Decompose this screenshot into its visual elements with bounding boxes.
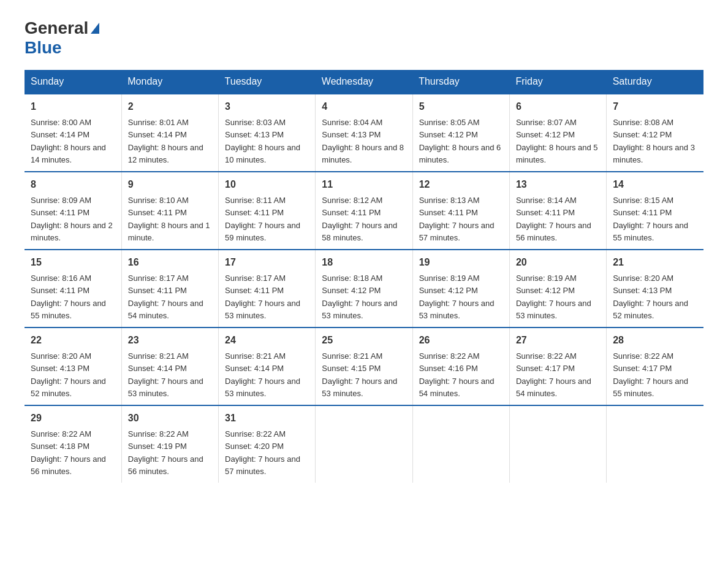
day-number: 1 xyxy=(31,99,115,114)
day-info: Sunrise: 8:00 AMSunset: 4:14 PMDaylight:… xyxy=(31,118,106,164)
day-info: Sunrise: 8:07 AMSunset: 4:12 PMDaylight:… xyxy=(516,118,598,164)
day-info: Sunrise: 8:09 AMSunset: 4:11 PMDaylight:… xyxy=(31,196,113,242)
day-number: 30 xyxy=(128,411,212,426)
logo-triangle-icon xyxy=(91,23,99,34)
col-monday: Monday xyxy=(121,70,218,94)
day-info: Sunrise: 8:13 AMSunset: 4:11 PMDaylight:… xyxy=(419,196,495,242)
calendar-table: Sunday Monday Tuesday Wednesday Thursday… xyxy=(25,70,703,483)
calendar-cell: 25 Sunrise: 8:21 AMSunset: 4:15 PMDaylig… xyxy=(316,327,412,405)
calendar-cell: 23 Sunrise: 8:21 AMSunset: 4:14 PMDaylig… xyxy=(121,327,218,405)
day-info: Sunrise: 8:12 AMSunset: 4:11 PMDaylight:… xyxy=(322,196,397,242)
logo-blue-text: Blue xyxy=(25,38,62,58)
calendar-cell: 1 Sunrise: 8:00 AMSunset: 4:14 PMDayligh… xyxy=(25,94,121,172)
calendar-cell: 10 Sunrise: 8:11 AMSunset: 4:11 PMDaylig… xyxy=(219,172,316,250)
day-number: 25 xyxy=(322,333,406,348)
day-number: 5 xyxy=(419,99,503,114)
calendar-cell xyxy=(509,405,606,483)
day-info: Sunrise: 8:03 AMSunset: 4:13 PMDaylight:… xyxy=(225,118,300,164)
day-number: 20 xyxy=(516,255,600,270)
col-sunday: Sunday xyxy=(25,70,121,94)
day-info: Sunrise: 8:22 AMSunset: 4:17 PMDaylight:… xyxy=(613,351,688,398)
day-info: Sunrise: 8:20 AMSunset: 4:13 PMDaylight:… xyxy=(31,351,106,398)
calendar-cell xyxy=(412,405,509,483)
calendar-cell: 28 Sunrise: 8:22 AMSunset: 4:17 PMDaylig… xyxy=(607,327,703,405)
day-number: 18 xyxy=(322,255,406,270)
day-number: 21 xyxy=(613,255,697,270)
calendar-cell: 2 Sunrise: 8:01 AMSunset: 4:14 PMDayligh… xyxy=(121,94,218,172)
calendar-cell: 31 Sunrise: 8:22 AMSunset: 4:20 PMDaylig… xyxy=(219,405,316,483)
day-info: Sunrise: 8:19 AMSunset: 4:12 PMDaylight:… xyxy=(516,274,591,320)
day-info: Sunrise: 8:05 AMSunset: 4:12 PMDaylight:… xyxy=(419,118,501,164)
day-number: 24 xyxy=(225,333,309,348)
day-number: 27 xyxy=(516,333,600,348)
day-number: 13 xyxy=(516,177,600,192)
day-info: Sunrise: 8:17 AMSunset: 4:11 PMDaylight:… xyxy=(128,274,203,320)
day-info: Sunrise: 8:21 AMSunset: 4:14 PMDaylight:… xyxy=(225,351,300,398)
calendar-cell: 11 Sunrise: 8:12 AMSunset: 4:11 PMDaylig… xyxy=(316,172,412,250)
day-number: 31 xyxy=(225,411,309,426)
day-number: 29 xyxy=(31,411,115,426)
day-number: 26 xyxy=(419,333,503,348)
calendar-cell: 9 Sunrise: 8:10 AMSunset: 4:11 PMDayligh… xyxy=(121,172,218,250)
calendar-week-row: 29 Sunrise: 8:22 AMSunset: 4:18 PMDaylig… xyxy=(25,405,703,483)
day-number: 12 xyxy=(419,177,503,192)
header: General Blue xyxy=(25,18,703,58)
day-number: 16 xyxy=(128,255,212,270)
calendar-cell: 13 Sunrise: 8:14 AMSunset: 4:11 PMDaylig… xyxy=(509,172,606,250)
day-info: Sunrise: 8:18 AMSunset: 4:12 PMDaylight:… xyxy=(322,274,397,320)
day-info: Sunrise: 8:22 AMSunset: 4:17 PMDaylight:… xyxy=(516,351,591,398)
day-number: 11 xyxy=(322,177,406,192)
calendar-week-row: 22 Sunrise: 8:20 AMSunset: 4:13 PMDaylig… xyxy=(25,327,703,405)
day-number: 15 xyxy=(31,255,115,270)
day-number: 6 xyxy=(516,99,600,114)
logo: General Blue xyxy=(25,18,99,58)
day-info: Sunrise: 8:04 AMSunset: 4:13 PMDaylight:… xyxy=(322,118,404,164)
day-number: 7 xyxy=(613,99,697,114)
day-number: 8 xyxy=(31,177,115,192)
day-number: 23 xyxy=(128,333,212,348)
day-number: 14 xyxy=(613,177,697,192)
calendar-cell: 24 Sunrise: 8:21 AMSunset: 4:14 PMDaylig… xyxy=(219,327,316,405)
day-number: 9 xyxy=(128,177,212,192)
col-thursday: Thursday xyxy=(412,70,509,94)
calendar-cell: 20 Sunrise: 8:19 AMSunset: 4:12 PMDaylig… xyxy=(509,250,606,327)
day-info: Sunrise: 8:22 AMSunset: 4:18 PMDaylight:… xyxy=(31,429,106,476)
calendar-cell: 27 Sunrise: 8:22 AMSunset: 4:17 PMDaylig… xyxy=(509,327,606,405)
calendar-week-row: 1 Sunrise: 8:00 AMSunset: 4:14 PMDayligh… xyxy=(25,94,703,172)
day-number: 19 xyxy=(419,255,503,270)
calendar-week-row: 8 Sunrise: 8:09 AMSunset: 4:11 PMDayligh… xyxy=(25,172,703,250)
col-tuesday: Tuesday xyxy=(219,70,316,94)
calendar-cell: 19 Sunrise: 8:19 AMSunset: 4:12 PMDaylig… xyxy=(412,250,509,327)
calendar-cell: 14 Sunrise: 8:15 AMSunset: 4:11 PMDaylig… xyxy=(607,172,703,250)
day-info: Sunrise: 8:11 AMSunset: 4:11 PMDaylight:… xyxy=(225,196,300,242)
calendar-week-row: 15 Sunrise: 8:16 AMSunset: 4:11 PMDaylig… xyxy=(25,250,703,327)
day-number: 2 xyxy=(128,99,212,114)
col-friday: Friday xyxy=(509,70,606,94)
calendar-cell: 5 Sunrise: 8:05 AMSunset: 4:12 PMDayligh… xyxy=(412,94,509,172)
calendar-cell xyxy=(607,405,703,483)
day-number: 28 xyxy=(613,333,697,348)
col-wednesday: Wednesday xyxy=(316,70,412,94)
calendar-cell: 15 Sunrise: 8:16 AMSunset: 4:11 PMDaylig… xyxy=(25,250,121,327)
calendar-cell: 26 Sunrise: 8:22 AMSunset: 4:16 PMDaylig… xyxy=(412,327,509,405)
calendar-header-row: Sunday Monday Tuesday Wednesday Thursday… xyxy=(25,70,703,94)
calendar-cell: 29 Sunrise: 8:22 AMSunset: 4:18 PMDaylig… xyxy=(25,405,121,483)
calendar-cell: 8 Sunrise: 8:09 AMSunset: 4:11 PMDayligh… xyxy=(25,172,121,250)
day-info: Sunrise: 8:16 AMSunset: 4:11 PMDaylight:… xyxy=(31,274,106,320)
calendar-cell: 6 Sunrise: 8:07 AMSunset: 4:12 PMDayligh… xyxy=(509,94,606,172)
day-info: Sunrise: 8:17 AMSunset: 4:11 PMDaylight:… xyxy=(225,274,300,320)
day-number: 10 xyxy=(225,177,309,192)
logo-general-text: General xyxy=(25,18,88,38)
day-info: Sunrise: 8:15 AMSunset: 4:11 PMDaylight:… xyxy=(613,196,688,242)
day-info: Sunrise: 8:20 AMSunset: 4:13 PMDaylight:… xyxy=(613,274,688,320)
day-info: Sunrise: 8:21 AMSunset: 4:14 PMDaylight:… xyxy=(128,351,203,398)
calendar-cell xyxy=(316,405,412,483)
calendar-cell: 22 Sunrise: 8:20 AMSunset: 4:13 PMDaylig… xyxy=(25,327,121,405)
day-info: Sunrise: 8:01 AMSunset: 4:14 PMDaylight:… xyxy=(128,118,203,164)
day-number: 22 xyxy=(31,333,115,348)
calendar-cell: 4 Sunrise: 8:04 AMSunset: 4:13 PMDayligh… xyxy=(316,94,412,172)
day-info: Sunrise: 8:10 AMSunset: 4:11 PMDaylight:… xyxy=(128,196,210,242)
calendar-cell: 7 Sunrise: 8:08 AMSunset: 4:12 PMDayligh… xyxy=(607,94,703,172)
calendar-cell: 30 Sunrise: 8:22 AMSunset: 4:19 PMDaylig… xyxy=(121,405,218,483)
day-info: Sunrise: 8:22 AMSunset: 4:19 PMDaylight:… xyxy=(128,429,203,476)
